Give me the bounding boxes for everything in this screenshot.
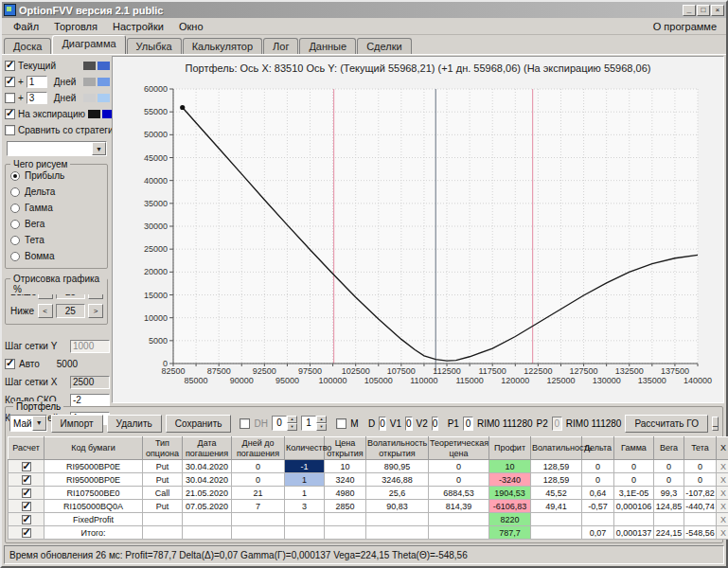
cell-3-9[interactable]: 49,41	[531, 500, 582, 513]
cell-4-3[interactable]	[232, 513, 285, 526]
current-color-swatch-1[interactable]	[98, 62, 110, 70]
cell-1-9[interactable]: 128,59	[531, 473, 582, 487]
calc-margin-button[interactable]: Рассчитать ГО	[625, 415, 708, 433]
cell-5-4[interactable]	[285, 526, 325, 540]
cell-4-5[interactable]	[325, 513, 366, 526]
delete-button[interactable]: Удалить	[107, 415, 162, 433]
maximize-button[interactable]: □	[697, 5, 710, 16]
col-header-0[interactable]: Расчет	[9, 437, 44, 460]
col-header-2[interactable]: Тип опциона	[143, 437, 183, 460]
cell-4-2[interactable]	[183, 513, 232, 526]
compare-checkbox[interactable]	[5, 125, 15, 135]
col-header-3[interactable]: Дата погашения	[183, 437, 232, 460]
chevron-down-icon[interactable]: ▼	[32, 416, 46, 431]
cell-3-8[interactable]: -6106,83	[489, 500, 531, 513]
row-delete-button[interactable]: X	[717, 473, 728, 487]
cell-1-12[interactable]: 0	[654, 473, 684, 487]
row-calc-checkbox[interactable]	[22, 515, 31, 524]
col-header-8[interactable]: Теоретическая цена	[429, 437, 489, 460]
cell-1-6[interactable]: 3246,88	[366, 473, 429, 487]
p1-field[interactable]: 0	[463, 417, 473, 431]
d-field[interactable]: 0	[379, 417, 386, 431]
menu-item-1[interactable]: Торговля	[46, 20, 105, 33]
row-delete-button[interactable]: X	[717, 500, 728, 513]
strategy-combobox[interactable]: ▼	[7, 141, 107, 156]
cell-5-8[interactable]: 787,7	[489, 526, 531, 540]
row-calc-checkbox[interactable]	[22, 488, 31, 498]
cell-2-6[interactable]: 25,6	[366, 487, 429, 500]
cell-4-4[interactable]	[285, 513, 325, 526]
cell-4-0[interactable]: FixedProfit	[44, 513, 143, 526]
plus3-days-color-swatch-0[interactable]	[83, 94, 96, 102]
radio-icon[interactable]	[10, 171, 20, 181]
cell-2-2[interactable]: 21.05.2020	[183, 487, 232, 500]
radio-icon[interactable]	[10, 187, 20, 197]
cell-5-11[interactable]: 0,000137	[614, 526, 654, 540]
cell-5-6[interactable]	[366, 526, 429, 540]
cell-1-13[interactable]: 0	[684, 473, 717, 487]
row-calc-checkbox[interactable]	[22, 475, 31, 485]
plus1-days-color-swatch-0[interactable]	[83, 78, 96, 86]
minimize-button[interactable]: _	[683, 5, 696, 16]
cell-0-7[interactable]: 0	[429, 460, 489, 473]
row-calc-checkbox[interactable]	[22, 462, 31, 471]
cell-4-6[interactable]	[366, 513, 429, 526]
cell-0-2[interactable]: 30.04.2020	[183, 460, 232, 473]
v1-field[interactable]: 0	[405, 417, 413, 431]
cell-5-10[interactable]: 0,07	[582, 526, 614, 540]
cell-4-9[interactable]	[531, 513, 582, 526]
cell-0-1[interactable]: Put	[143, 460, 183, 473]
cell-2-3[interactable]: 21	[232, 487, 285, 500]
cell-4-1[interactable]	[143, 513, 183, 526]
col-header-6[interactable]: Цена открытия	[325, 437, 366, 460]
cell-0-9[interactable]: 128,59	[531, 460, 582, 473]
cell-2-4[interactable]: 1	[285, 487, 325, 500]
cell-0-8[interactable]: 10	[489, 460, 531, 473]
cell-2-9[interactable]: 45,52	[531, 487, 582, 500]
col-header-5[interactable]: Количество	[285, 437, 325, 460]
cell-3-0[interactable]: RI105000BQ0A	[44, 500, 143, 513]
cell-2-7[interactable]: 6884,53	[429, 487, 489, 500]
cell-3-1[interactable]: Put	[143, 500, 183, 513]
row-calc-checkbox[interactable]	[22, 502, 31, 511]
cell-2-1[interactable]: Call	[143, 487, 183, 500]
tab-доска[interactable]: Доска	[4, 38, 51, 54]
cell-4-10[interactable]	[582, 513, 614, 526]
cell-5-3[interactable]	[232, 526, 285, 540]
cell-5-2[interactable]	[183, 526, 232, 540]
cell-2-12[interactable]: 99,3	[654, 487, 684, 500]
cell-3-3[interactable]: 7	[232, 500, 285, 513]
draw-option-вега[interactable]: Вега	[10, 216, 103, 232]
month-combobox[interactable]: Май ▼	[9, 415, 47, 432]
expiration-checkbox[interactable]	[5, 109, 15, 119]
cell-5-7[interactable]	[429, 526, 489, 540]
spinner-arrows-icon[interactable]: ▲▼	[316, 416, 327, 431]
profit-chart[interactable]: 0500010000150002000025000300003500040000…	[113, 78, 723, 402]
cell-0-11[interactable]: 0	[614, 460, 654, 473]
col-header-11[interactable]: Дельта	[582, 437, 614, 460]
cell-4-13[interactable]	[684, 513, 717, 526]
decrease-button[interactable]: <	[38, 304, 53, 318]
radio-icon[interactable]	[10, 236, 20, 245]
draw-option-прибыль[interactable]: Прибыль	[10, 168, 103, 184]
cell-0-4[interactable]: -1	[285, 460, 325, 473]
cell-4-7[interactable]	[429, 513, 489, 526]
spinner-arrows-icon[interactable]: ▲▼	[287, 416, 297, 431]
plus3-days-color-swatch-1[interactable]	[98, 94, 110, 102]
cell-3-4[interactable]: 3	[285, 500, 325, 513]
cell-4-8[interactable]: 8220	[489, 513, 531, 526]
cell-1-11[interactable]: 0	[614, 473, 654, 487]
expiration-color-swatch-0[interactable]	[88, 110, 100, 118]
close-button[interactable]: ×	[711, 5, 724, 16]
radio-icon[interactable]	[10, 220, 20, 229]
plus1-days-checkbox[interactable]	[5, 77, 15, 87]
sko-count-field[interactable]: -2	[70, 394, 110, 407]
col-header-14[interactable]: Тета	[684, 437, 717, 460]
col-header-9[interactable]: Профит	[489, 437, 531, 460]
grid-step-y-field[interactable]: 1000	[70, 340, 110, 353]
cell-1-3[interactable]: 0	[232, 473, 285, 487]
cell-1-0[interactable]: RI95000BP0E	[44, 473, 143, 487]
plus1-days-field[interactable]: 1	[27, 76, 47, 88]
increase-button[interactable]: >	[88, 304, 103, 318]
col-header-4[interactable]: Дней до погашения	[232, 437, 285, 460]
